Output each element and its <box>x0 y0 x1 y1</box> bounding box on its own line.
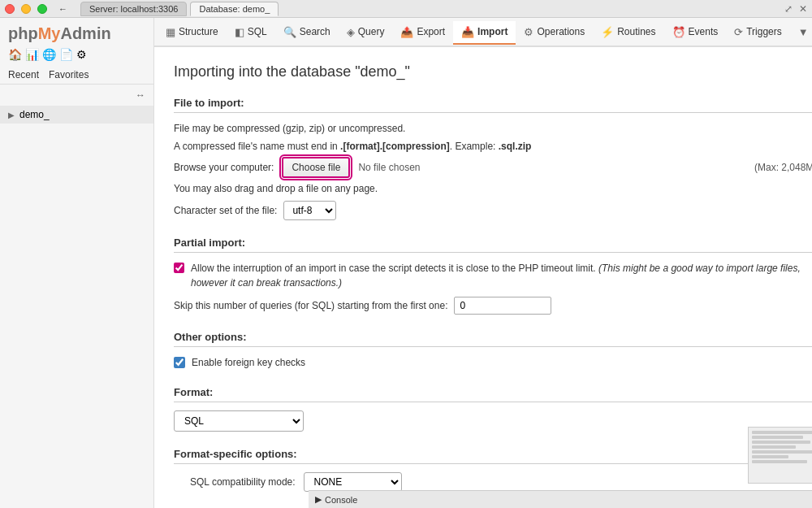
tab-routines[interactable]: ⚡ Routines <box>593 21 663 45</box>
file-import-title: File to import: <box>174 97 812 113</box>
compat-select[interactable]: NONE ANSI DB2 MAXDB MYSQL323 MYSQL40 MSS… <box>304 472 402 492</box>
tab-events-label: Events <box>689 26 719 37</box>
tab-operations[interactable]: ⚙ Operations <box>516 21 593 45</box>
file-desc2: A compressed file's name must end in .[f… <box>174 139 812 154</box>
tab-routines-label: Routines <box>617 26 655 37</box>
events-icon: ⏰ <box>672 26 685 38</box>
tab-sql[interactable]: ◧ SQL <box>227 21 275 45</box>
file-browse-row: Browse your computer: Choose file No fil… <box>174 157 812 178</box>
format-select[interactable]: SQL CSV CSV using LOAD DATA Mediawiki Ta… <box>174 410 304 432</box>
tab-import[interactable]: 📥 Import <box>453 21 516 45</box>
minimize-window-btn[interactable] <box>21 4 31 14</box>
tab-import-label: Import <box>477 26 508 37</box>
console-bar[interactable]: ▶ Console <box>309 490 812 508</box>
pma-logo: phpMyAdmin <box>0 18 153 46</box>
compat-row: SQL compatibility mode: NONE ANSI DB2 MA… <box>174 472 812 492</box>
foreign-key-row: Enable foreign key checks <box>174 355 812 370</box>
browse-label: Browse your computer: <box>174 162 274 173</box>
console-label: Console <box>325 495 357 505</box>
tab-events[interactable]: ⏰ Events <box>664 21 727 45</box>
structure-icon: ▦ <box>166 26 175 38</box>
sidebar-icons: 🏠 📊 🌐 📄 ⚙ <box>0 46 153 66</box>
close-window-btn[interactable] <box>5 4 15 14</box>
logo-my: My <box>38 24 61 42</box>
mini-preview <box>748 427 812 484</box>
logo-php: php <box>8 24 38 42</box>
db-name-label: demo_ <box>19 109 50 120</box>
foreign-key-checkbox[interactable] <box>174 357 185 368</box>
top-nav: ▦ Structure ◧ SQL 🔍 Search ◈ Query 📤 Exp… <box>154 18 812 47</box>
db-expand-icon: ▶ <box>8 111 15 119</box>
format-specific-title: Format-specific options: <box>174 448 812 464</box>
tab-triggers-label: Triggers <box>746 26 782 37</box>
partial-import-section: Partial import: Allow the interruption o… <box>174 237 812 315</box>
skip-label: Skip this number of queries (for SQL) st… <box>174 300 447 311</box>
database-tab[interactable]: Database: demo_ <box>190 2 279 16</box>
tab-more[interactable]: ▼ More <box>790 21 812 45</box>
partial-import-title: Partial import: <box>174 237 812 253</box>
file-desc1: File may be compressed (gzip, zip) or un… <box>174 121 812 136</box>
triggers-icon: ⟳ <box>734 26 743 38</box>
interrupt-checkbox[interactable] <box>174 263 184 273</box>
tab-structure[interactable]: ▦ Structure <box>158 21 227 45</box>
no-file-label: No file chosen <box>358 162 420 173</box>
export-icon: 📤 <box>400 26 413 38</box>
tab-operations-label: Operations <box>537 26 585 37</box>
drag-note: You may also drag and drop a file on any… <box>174 183 812 194</box>
server-tab[interactable]: Server: localhost:3306 <box>80 2 187 16</box>
routines-icon: ⚡ <box>601 26 614 38</box>
foreign-key-label: Enable foreign key checks <box>192 355 305 370</box>
tab-export[interactable]: 📤 Export <box>392 21 453 45</box>
tab-triggers[interactable]: ⟳ Triggers <box>726 21 790 45</box>
format-title: Format: <box>174 386 812 402</box>
query-icon: ◈ <box>347 26 355 38</box>
logo-admin: Admin <box>60 24 110 42</box>
sidebar-item-demo[interactable]: ▶ demo_ <box>0 106 153 124</box>
operations-icon: ⚙ <box>524 26 533 38</box>
tab-query-label: Query <box>358 26 385 37</box>
resize-icon[interactable]: ⤢ <box>784 3 793 15</box>
charset-select[interactable]: utf-8 utf-16 latin1 ascii <box>283 201 336 220</box>
search-icon: 🔍 <box>283 26 296 38</box>
choose-file-button[interactable]: Choose file <box>282 157 350 178</box>
tab-export-label: Export <box>417 26 445 37</box>
interrupt-checkbox-row: Allow the interruption of an import in c… <box>174 261 812 290</box>
charset-label: Character set of the file: <box>174 205 277 216</box>
title-bar: ← Server: localhost:3306 Database: demo_… <box>0 0 812 18</box>
format-section: Format: SQL CSV CSV using LOAD DATA Medi… <box>174 386 812 432</box>
page-title: Importing into the database "demo_" <box>174 63 812 80</box>
main-content: Importing into the database "demo_" File… <box>154 47 812 508</box>
skip-input[interactable] <box>454 297 551 315</box>
tab-search-label: Search <box>300 26 330 37</box>
back-button[interactable]: ← <box>58 4 67 14</box>
import-icon: 📥 <box>461 26 474 38</box>
tab-sql-label: SQL <box>248 26 267 37</box>
tab-query[interactable]: ◈ Query <box>339 21 393 45</box>
skip-row: Skip this number of queries (for SQL) st… <box>174 297 812 315</box>
tab-structure-label: Structure <box>179 26 218 37</box>
format-specific-section: Format-specific options: SQL compatibili… <box>174 448 812 492</box>
maximize-window-btn[interactable] <box>37 4 47 14</box>
sidebar: phpMyAdmin 🏠 📊 🌐 📄 ⚙ Recent Favorites ↔ … <box>0 18 154 508</box>
max-size-label: (Max: 2,048MiB) <box>754 162 812 173</box>
recent-link[interactable]: Recent <box>8 69 39 80</box>
console-icon: ▶ <box>315 494 322 505</box>
other-options-title: Other options: <box>174 331 812 347</box>
charset-row: Character set of the file: utf-8 utf-16 … <box>174 201 812 220</box>
close-icon[interactable]: ✕ <box>799 3 807 15</box>
sql-icon: ◧ <box>235 26 244 38</box>
favorites-link[interactable]: Favorites <box>49 69 89 80</box>
tab-search[interactable]: 🔍 Search <box>275 21 339 45</box>
other-options-section: Other options: Enable foreign key checks <box>174 331 812 370</box>
compat-label: SQL compatibility mode: <box>190 476 296 488</box>
recent-favs-bar: Recent Favorites <box>0 66 153 85</box>
more-icon: ▼ <box>798 26 809 38</box>
file-to-import-section: File to import: File may be compressed (… <box>174 97 812 220</box>
interrupt-checkbox-text: Allow the interruption of an import in c… <box>191 261 812 290</box>
sidebar-toggle[interactable]: ↔ <box>0 85 153 106</box>
